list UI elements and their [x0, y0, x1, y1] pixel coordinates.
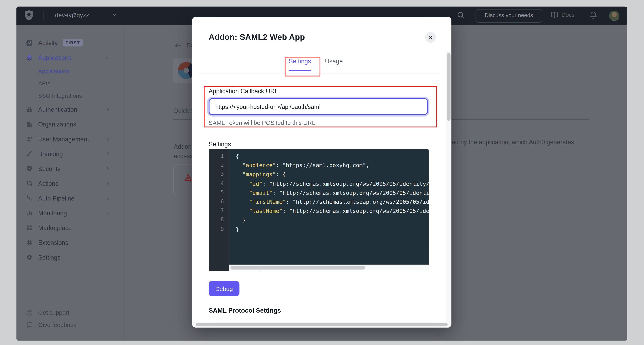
modal-vertical-scrollbar-thumb[interactable]: [446, 53, 450, 121]
chevron-right-icon: [105, 166, 110, 171]
activity-icon: [26, 39, 33, 46]
sidebar-item-authentication[interactable]: Authentication: [16, 102, 124, 117]
sidebar-item-security[interactable]: Security: [16, 161, 124, 176]
sidebar-item-label: Settings: [38, 254, 60, 261]
code-line: "lastName": "http://schemas.xmlsoap.org/…: [236, 206, 429, 215]
callback-url-helper: SAML Token will be POSTed to this URL.: [209, 120, 317, 126]
sidebar-item-actions[interactable]: Actions: [16, 176, 124, 191]
close-icon[interactable]: ✕: [425, 32, 436, 43]
docs-link[interactable]: Docs: [551, 12, 574, 18]
building-icon: [26, 121, 33, 128]
pipeline-icon: [26, 194, 33, 202]
code-line: }: [236, 225, 429, 234]
sidebar-subitem-applications[interactable]: Applications: [16, 65, 124, 77]
sidebar-item-label: Organizations: [38, 121, 76, 128]
sidebar-subitem-sso-integrations[interactable]: SSO Integrations: [16, 90, 124, 102]
sidebar-item-settings[interactable]: Settings: [16, 250, 124, 265]
chevron-down-icon: [105, 55, 110, 60]
callback-url-label: Application Callback URL: [209, 88, 278, 95]
tenant-switcher[interactable]: dev-tyj7qyzz: [55, 12, 89, 19]
sidebar-item-label: Applications: [38, 54, 72, 61]
sidebar-footer: Get supportGive feedback: [16, 306, 124, 331]
code-line: }: [236, 215, 429, 225]
modal-title: Addon: SAML2 Web App: [209, 32, 305, 42]
marketplace-icon: [26, 224, 33, 231]
sidebar-item-label: Marketplace: [38, 224, 72, 231]
sidebar-item-get-support[interactable]: Get support: [16, 306, 124, 319]
sidebar-item-organizations[interactable]: Organizations: [16, 117, 124, 132]
book-icon: [551, 12, 558, 18]
sidebar-subitem-apis[interactable]: APIs: [16, 77, 124, 90]
code-line: "email": "http://schemas.xmlsoap.org/ws/…: [236, 188, 429, 197]
sidebar-item-monitoring[interactable]: Monitoring: [16, 205, 124, 220]
docs-label: Docs: [562, 12, 574, 18]
chevron-right-icon: [105, 195, 110, 201]
sidebar-item-activity[interactable]: ActivityFIRST: [16, 36, 124, 50]
shield-check-icon: [26, 165, 33, 172]
user-avatar[interactable]: [609, 11, 619, 21]
sidebar-item-label: Authentication: [38, 106, 77, 113]
chevron-right-icon: [105, 210, 110, 215]
page-text-fragment-left-2: access: [174, 152, 193, 160]
page-tab-quickstart[interactable]: Quick S: [173, 107, 195, 114]
back-arrow-icon: [175, 43, 181, 48]
extensions-icon: [26, 239, 33, 246]
modal-vertical-scrollbar[interactable]: [446, 51, 451, 322]
chevron-right-icon: [105, 136, 110, 141]
sidebar-item-give-feedback[interactable]: Give feedback: [16, 319, 124, 331]
first-badge: FIRST: [63, 39, 83, 47]
annotation-box-settings-tab: [284, 57, 320, 76]
code-line: "id": "http://schemas.xmlsoap.org/ws/200…: [236, 179, 429, 188]
sidebar-item-label: Get support: [38, 309, 70, 316]
user-gear-icon: [26, 135, 33, 142]
discuss-your-needs-button[interactable]: Discuss your needs: [476, 10, 542, 23]
search-icon[interactable]: [457, 11, 465, 20]
auth0-logo-icon[interactable]: [25, 10, 33, 21]
code-line: "firstName": "http://schemas.xmlsoap.org…: [236, 197, 429, 206]
code-line: "mappings": {: [236, 170, 429, 179]
editor-code[interactable]: { "audience": "https://saml.boxyhq.com",…: [229, 149, 429, 271]
chevron-down-icon[interactable]: [112, 13, 116, 17]
bell-icon[interactable]: [590, 11, 597, 20]
settings-json-editor[interactable]: 123456789 { "audience": "https://saml.bo…: [209, 149, 429, 271]
sidebar-item-label: User Management: [38, 135, 89, 142]
page-text-fragment-left-1: Addons: [174, 143, 194, 151]
sidebar-item-marketplace[interactable]: Marketplace: [16, 220, 124, 235]
sidebar-item-label: Auth Pipeline: [38, 194, 75, 202]
applications-icon: [26, 54, 33, 61]
chevron-right-icon: [105, 180, 110, 186]
modal-horizontal-scrollbar[interactable]: [192, 322, 451, 327]
lock-icon: [26, 106, 33, 113]
addon-saml2-modal: Addon: SAML2 Web App ✕ SettingsUsage App…: [192, 17, 451, 327]
editor-horizontal-scrollbar[interactable]: [229, 265, 429, 271]
sidebar-item-label: Activity: [38, 39, 58, 46]
code-line: "audience": "https://saml.boxyhq.com",: [236, 161, 429, 170]
sidebar-item-user-management[interactable]: User Management: [16, 132, 124, 146]
tab-usage[interactable]: Usage: [325, 58, 343, 71]
sidebar-item-branding[interactable]: Branding: [16, 146, 124, 161]
sidebar-item-label: Extensions: [38, 239, 68, 246]
modal-horizontal-scrollbar-thumb[interactable]: [196, 323, 448, 326]
bar-chart-icon: [26, 209, 33, 216]
editor-scrollbar-thumb[interactable]: [230, 266, 365, 269]
settings-json-label: Settings: [209, 140, 231, 148]
page-text-fragment-right: ed by the application, which Auth0 gener…: [452, 138, 574, 147]
chat-bubble-icon: [26, 321, 33, 328]
chevron-right-icon: [105, 151, 110, 156]
help-circle-icon: [26, 309, 33, 316]
sidebar-item-label: Give feedback: [38, 322, 76, 328]
sidebar-nav: ActivityFIRSTApplicationsApplicationsAPI…: [16, 36, 124, 265]
sidebar: ActivityFIRSTApplicationsApplicationsAPI…: [16, 25, 124, 341]
sidebar-item-label: Branding: [38, 150, 63, 157]
sidebar-item-auth-pipeline[interactable]: Auth Pipeline: [16, 191, 124, 205]
debug-button[interactable]: Debug: [209, 281, 240, 296]
screenshot-stage: dev-tyj7qyzz Discuss your needs Docs Act…: [0, 0, 644, 345]
editor-line-numbers: 123456789: [209, 149, 229, 271]
sidebar-item-applications[interactable]: Applications: [16, 50, 124, 65]
callback-url-input[interactable]: [209, 98, 428, 115]
code-line: {: [236, 152, 429, 161]
sidebar-item-extensions[interactable]: Extensions: [16, 235, 124, 250]
sidebar-item-label: Security: [38, 165, 60, 172]
gear-icon: [26, 254, 33, 261]
saml-protocol-settings-heading: SAML Protocol Settings: [209, 307, 281, 314]
